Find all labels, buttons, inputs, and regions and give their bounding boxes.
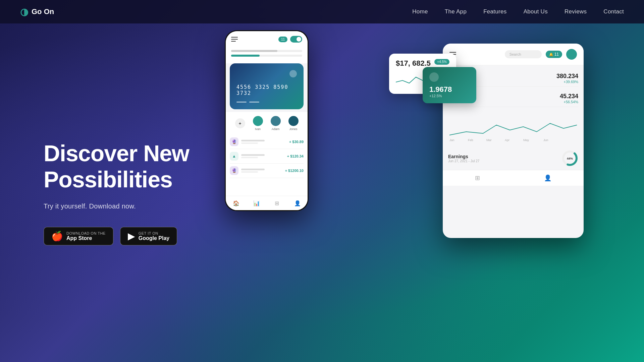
svg-text:44%: 44%: [567, 157, 573, 160]
stat-values-1: 380.234 +39.69%: [556, 73, 578, 84]
app-store-label-small: Download on the: [66, 231, 106, 235]
user-avatar[interactable]: [566, 49, 577, 60]
logo-icon: ◑: [20, 6, 28, 17]
contact-adam[interactable]: Adam: [271, 116, 281, 131]
earnings-label: Earnings: [448, 154, 479, 159]
google-play-label: Google Play: [139, 235, 169, 241]
phone-nav-home-icon[interactable]: 🏠: [232, 199, 240, 207]
nav-item-features[interactable]: Features: [483, 8, 507, 15]
contact-ivan[interactable]: Ivan: [253, 116, 263, 131]
google-play-label-small: GET IT ON: [139, 231, 169, 235]
tablet-bottom-nav: ⊞ 👤: [443, 170, 584, 186]
txn-icon-3: 🔮: [230, 166, 238, 175]
hero-title: Discover New Possibilities: [44, 140, 218, 192]
mockup-area: Search 🔔 11 38: [218, 23, 600, 362]
phone-contacts: + Ivan Adam Jones: [226, 112, 308, 135]
svg-text:Apr: Apr: [505, 138, 509, 142]
txn-amount-3: + $1200.10: [285, 169, 304, 173]
stat-value-1: 380.234: [556, 73, 578, 80]
phone-toggle[interactable]: [290, 36, 302, 43]
notification-badge[interactable]: 🔔 11: [546, 51, 562, 58]
teal-card-change: +12.5%: [429, 94, 470, 98]
tablet-nav-grid-icon[interactable]: ⊞: [475, 174, 480, 182]
hero-section: Discover New Possibilities Try it yourse…: [0, 23, 644, 362]
teal-stat-card: 1.9678 +12.5%: [423, 67, 476, 103]
contact-add[interactable]: +: [235, 118, 245, 128]
teal-card-icon: [429, 72, 439, 82]
nav-item-home[interactable]: Home: [412, 8, 428, 15]
phone-progress-area: [226, 46, 308, 63]
phone-card: 4556 3325 8590 3732: [230, 63, 304, 109]
stats-card-badge: +4.5%: [434, 59, 449, 65]
teal-card-value: 1.9678: [429, 85, 470, 94]
card-number: 4556 3325 8590 3732: [236, 84, 297, 96]
contact-jones[interactable]: Jones: [288, 116, 299, 131]
tablet-search[interactable]: Search: [505, 50, 542, 58]
download-buttons: 🍎 Download on the App Store ▶ GET IT ON …: [44, 227, 218, 245]
nav-item-contact[interactable]: Contact: [603, 8, 624, 15]
transaction-1: 🔮 + $30.89: [230, 135, 304, 149]
svg-text:Jun: Jun: [543, 138, 548, 142]
stat-change-2: +56.54%: [560, 100, 578, 104]
progress-bar-1: [231, 50, 302, 52]
transaction-3: 🔮 + $1200.10: [230, 164, 304, 178]
progress-bar-2: [231, 55, 302, 57]
earnings-donut: 44%: [561, 150, 578, 167]
hero-subtitle: Try it yourself. Download now.: [44, 202, 218, 210]
stats-card-header: $17, 682.5 +4.5%: [396, 59, 449, 68]
notif-count: 11: [554, 52, 559, 57]
nav-links: Home The App Features About Us Reviews C…: [412, 8, 624, 15]
tablet-nav-person-icon[interactable]: 👤: [544, 174, 551, 182]
svg-text:May: May: [523, 138, 529, 142]
brand-logo[interactable]: ◑ Go On: [20, 6, 54, 17]
hero-text-area: Discover New Possibilities Try it yourse…: [44, 140, 218, 245]
earnings-date: Jun 27, 2021 - Jul 27: [448, 159, 479, 163]
app-store-label: App Store: [66, 235, 106, 241]
nav-item-about-us[interactable]: About Us: [524, 8, 548, 15]
phone-header: 11: [226, 31, 308, 46]
google-play-button[interactable]: ▶ GET IT ON Google Play: [120, 227, 177, 245]
phone-inner: 11: [226, 31, 308, 210]
txn-amount-2: + $120.34: [287, 154, 304, 158]
earnings-section: Earnings Jun 27, 2021 - Jul 27 44%: [443, 146, 584, 170]
nav-item-the-app[interactable]: The App: [445, 8, 467, 15]
play-icon: ▶: [128, 231, 135, 242]
tablet-chart: Jan Feb Mar Apr May Jun: [443, 112, 584, 146]
navbar: ◑ Go On Home The App Features About Us R…: [0, 0, 644, 23]
txn-icon-2: ▲: [230, 152, 238, 161]
phone-bottom-nav: 🏠 📊 ⊞ 👤: [226, 196, 308, 210]
phone-nav-chart-icon[interactable]: 📊: [253, 199, 260, 207]
card-lines: [236, 102, 297, 103]
phone-transactions: 🔮 + $30.89: [226, 135, 308, 196]
phone-notif-badge[interactable]: 11: [278, 37, 287, 42]
txn-icon-1: 🔮: [230, 137, 238, 146]
stats-card-value: $17, 682.5: [396, 59, 431, 68]
phone-mockup: 11: [225, 30, 309, 211]
app-store-button[interactable]: 🍎 Download on the App Store: [44, 227, 113, 245]
txn-amount-1: + $30.89: [289, 140, 304, 144]
transaction-2: ▲ + $120.34: [230, 149, 304, 164]
phone-hamburger-icon: [231, 37, 238, 42]
tablet-header: Search 🔔 11: [443, 44, 584, 65]
apple-icon: 🍎: [51, 231, 63, 242]
phone-header-right: 11: [278, 36, 302, 43]
svg-text:Mar: Mar: [486, 138, 492, 142]
stat-values-2: 45.234 +56.54%: [560, 93, 578, 104]
brand-name: Go On: [32, 7, 54, 16]
stat-change-1: +39.69%: [556, 80, 578, 84]
nav-item-reviews[interactable]: Reviews: [565, 8, 587, 15]
phone-nav-profile-icon[interactable]: 👤: [294, 199, 301, 207]
svg-text:Feb: Feb: [468, 138, 473, 142]
svg-text:Jan: Jan: [449, 138, 454, 142]
phone-nav-grid-icon[interactable]: ⊞: [273, 199, 281, 207]
earnings-info: Earnings Jun 27, 2021 - Jul 27: [448, 154, 479, 163]
stat-value-2: 45.234: [560, 93, 578, 100]
tablet-header-right: Search 🔔 11: [505, 49, 577, 60]
